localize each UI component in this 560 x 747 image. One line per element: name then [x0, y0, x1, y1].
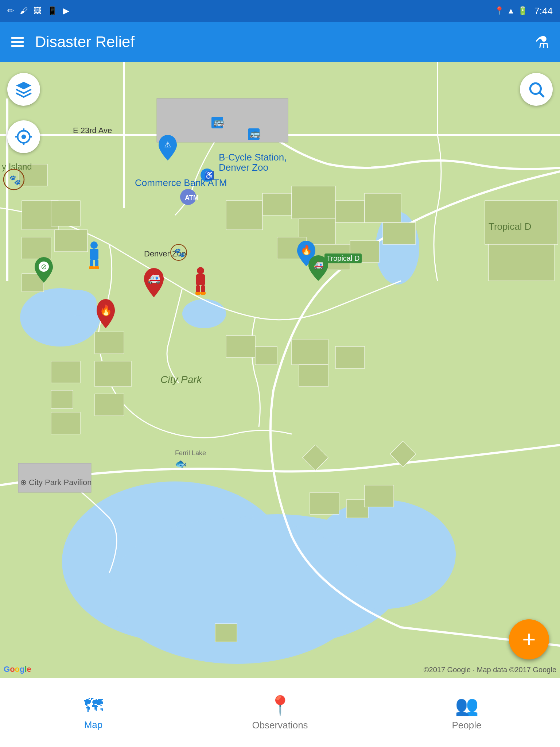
- layers-button[interactable]: [7, 73, 40, 106]
- svg-rect-45: [310, 492, 339, 514]
- app-title: Disaster Relief: [35, 33, 135, 51]
- tropical-label: Tropical D: [489, 221, 532, 232]
- svg-point-8: [60, 290, 97, 316]
- svg-rect-79: [196, 285, 200, 293]
- phone-icon: 📱: [47, 6, 57, 16]
- svg-rect-41: [51, 390, 73, 409]
- menu-button[interactable]: [11, 37, 24, 47]
- fire-pin-red[interactable]: 🔥: [95, 299, 117, 330]
- svg-rect-18: [335, 201, 365, 222]
- relief-vehicle-pin-right[interactable]: 🚑 Tropical D: [306, 255, 335, 282]
- medical-pin[interactable]: 🚑: [141, 268, 167, 299]
- svg-rect-80: [201, 285, 205, 293]
- svg-rect-70: [90, 249, 98, 260]
- lake-label: Ferril Lake: [175, 449, 206, 457]
- svg-text:🚌: 🚌: [250, 128, 261, 139]
- svg-rect-34: [292, 339, 328, 365]
- svg-text:🔥: 🔥: [100, 304, 112, 316]
- svg-rect-33: [255, 347, 277, 365]
- add-icon: +: [522, 626, 536, 653]
- hazard-pin-top[interactable]: ⚠: [157, 135, 179, 162]
- svg-text:🚌: 🚌: [213, 116, 224, 127]
- map-svg: E 23rd Ave Steele St Commerce Bank ATM A…: [0, 62, 560, 678]
- map-copyright: ©2017 Google · Map data ©2017 Google: [424, 666, 556, 674]
- park-label: City Park: [160, 374, 203, 385]
- svg-rect-37: [95, 332, 124, 354]
- svg-text:🐾: 🐾: [9, 174, 21, 186]
- svg-line-84: [540, 93, 544, 97]
- nav-item-observations[interactable]: 📍 Observations: [187, 694, 373, 731]
- svg-rect-44: [215, 624, 237, 642]
- svg-text:⊘: ⊘: [41, 263, 47, 271]
- brush-icon: 🖌: [20, 6, 28, 16]
- google-logo: Google: [4, 665, 31, 674]
- observations-icon: 📍: [268, 694, 292, 717]
- nav-label-people: People: [452, 720, 482, 731]
- svg-text:🐟: 🐟: [175, 458, 187, 469]
- people-icon: 👥: [455, 694, 479, 717]
- svg-point-69: [90, 241, 98, 249]
- nav-item-map[interactable]: 🗺 Map: [0, 694, 187, 731]
- svg-rect-19: [365, 193, 401, 222]
- play-icon: ▶: [63, 6, 69, 16]
- svg-rect-78: [196, 274, 205, 285]
- filter-button[interactable]: ⚗: [535, 33, 549, 51]
- bottom-nav: 🗺 Map 📍 Observations 👥 People: [0, 678, 560, 747]
- pavilion-label: ⊕ City Park Pavilion: [20, 478, 92, 487]
- svg-point-86: [22, 135, 26, 139]
- svg-rect-71: [90, 260, 93, 267]
- svg-rect-32: [226, 336, 255, 357]
- svg-rect-40: [51, 361, 80, 383]
- svg-rect-14: [226, 201, 262, 230]
- nav-item-people[interactable]: 👥 People: [373, 694, 560, 731]
- svg-text:♿: ♿: [204, 170, 214, 180]
- svg-rect-20: [383, 222, 416, 244]
- svg-text:🚑: 🚑: [148, 272, 160, 285]
- svg-rect-35: [299, 365, 328, 387]
- map-container[interactable]: E 23rd Ave Steele St Commerce Bank ATM A…: [0, 62, 560, 678]
- svg-rect-73: [89, 266, 94, 269]
- image-icon: 🖼: [34, 6, 42, 16]
- location-status-icon: 📍: [494, 6, 504, 16]
- svg-rect-28: [22, 237, 51, 259]
- map-icon: 🗺: [84, 694, 103, 716]
- svg-rect-42: [51, 412, 80, 434]
- svg-point-83: [530, 83, 541, 94]
- svg-text:🚑: 🚑: [314, 260, 324, 270]
- svg-rect-16: [292, 186, 335, 219]
- svg-rect-15: [262, 193, 292, 215]
- svg-rect-72: [95, 260, 98, 267]
- svg-text:ATM: ATM: [185, 194, 199, 201]
- svg-rect-74: [94, 266, 99, 269]
- person-red[interactable]: [190, 266, 211, 297]
- notification-icons: ✏ 🖌 🖼 📱 ▶: [7, 6, 69, 16]
- svg-point-6: [182, 299, 226, 328]
- svg-rect-47: [365, 485, 394, 507]
- nav-label-map: Map: [84, 719, 103, 731]
- search-button[interactable]: [520, 73, 553, 106]
- svg-rect-31: [55, 230, 88, 252]
- person-blue[interactable]: [83, 241, 105, 271]
- status-time: 7:44: [534, 5, 553, 17]
- battery-icon: 🔋: [518, 6, 528, 16]
- svg-point-77: [197, 267, 204, 274]
- app-bar: Disaster Relief ⚗: [0, 22, 560, 62]
- prohibited-pin[interactable]: ⊘: [33, 257, 55, 284]
- svg-text:🔥: 🔥: [300, 244, 312, 256]
- edit-icon: ✏: [7, 6, 14, 16]
- svg-rect-82: [201, 292, 206, 295]
- street-label-23rd: E 23rd Ave: [73, 126, 112, 135]
- svg-rect-81: [195, 292, 201, 295]
- app-bar-left: Disaster Relief: [11, 33, 135, 51]
- svg-rect-36: [335, 347, 365, 368]
- svg-rect-25: [489, 244, 554, 281]
- svg-text:⚠: ⚠: [164, 140, 171, 149]
- nav-label-observations: Observations: [252, 720, 308, 731]
- status-bar: ✏ 🖌 🖼 📱 ▶ 📍 ▲ 🔋 7:44: [0, 0, 560, 22]
- status-icons: 📍 ▲ 🔋 7:44: [494, 5, 553, 17]
- svg-rect-30: [51, 201, 80, 226]
- svg-text:🐾: 🐾: [174, 247, 185, 258]
- add-button[interactable]: +: [509, 619, 549, 659]
- locate-button[interactable]: [7, 120, 40, 153]
- bcycle-label: B-Cycle Station,: [219, 152, 287, 163]
